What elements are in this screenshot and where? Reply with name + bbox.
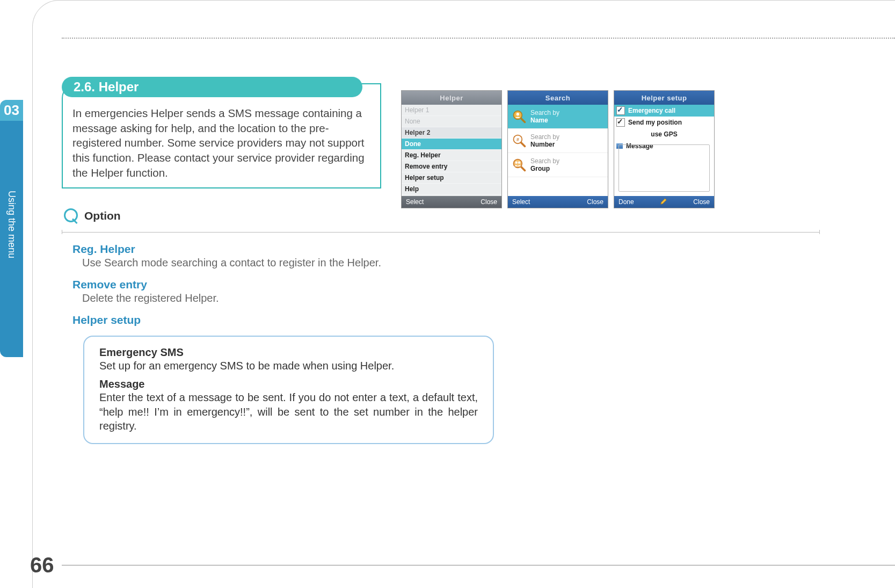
search-group-icon — [508, 154, 530, 176]
softkey-bar: Done Close — [614, 196, 714, 208]
list-item-line1: Search by — [530, 109, 559, 117]
option-title: Reg. Helper — [72, 243, 381, 256]
list-item: None — [402, 116, 501, 127]
checkbox-icon — [616, 118, 625, 127]
option-title: Helper setup — [72, 314, 141, 326]
svg-line-1 — [521, 119, 525, 122]
list-item-sub: use GPS — [614, 128, 714, 140]
list-item-line1: Search by — [530, 157, 559, 165]
screen-body: Helper 1 None Helper 2 Done Reg. Helper … — [402, 105, 501, 196]
screenshot-search: Search Search by Name # Search by Number — [507, 90, 608, 208]
section-box: 2.6. Helper In emergencies Helper sends … — [62, 83, 381, 188]
dotted-divider — [62, 38, 895, 39]
info-heading: Emergency SMS — [99, 346, 478, 359]
section-body-text: In emergencies Helper sends a SMS messag… — [72, 106, 370, 180]
option-desc: Delete the registered Helper. — [82, 292, 219, 304]
screen-title: Helper setup — [614, 91, 714, 105]
option-reg-helper: Reg. Helper Use Search mode searching a … — [72, 243, 381, 269]
info-text: Enter the text of a message to be sent. … — [99, 390, 478, 433]
list-item: Helper setup — [402, 172, 501, 184]
list-item: Send my position — [614, 117, 714, 128]
info-heading: Message — [99, 378, 478, 390]
screenshot-helper-setup: Helper setup Emergency call Send my posi… — [614, 90, 715, 208]
list-item: Reg. Helper — [402, 150, 501, 161]
softkey-left: Done — [619, 198, 634, 206]
softkey-right: Close — [481, 198, 497, 206]
list-item: Helper 1 — [402, 105, 501, 116]
svg-line-7 — [521, 167, 525, 171]
edit-icon — [660, 198, 667, 207]
magnifier-icon — [62, 207, 79, 224]
screen-title: Search — [508, 91, 608, 105]
option-remove-entry: Remove entry Delete the registered Helpe… — [72, 278, 219, 304]
list-item-line2: Number — [530, 141, 559, 148]
message-input-area — [619, 144, 710, 192]
search-number-icon: # — [508, 129, 530, 152]
setup-info-box: Emergency SMS Set up for an emergency SM… — [83, 336, 494, 444]
list-item-line2: Name — [530, 117, 559, 124]
side-tab: Using the menu — [0, 121, 23, 357]
list-item: Remove entry — [402, 161, 501, 172]
svg-point-8 — [515, 161, 518, 163]
screen-body: Search by Name # Search by Number Searc — [508, 105, 608, 196]
side-tab-label: Using the menu — [0, 121, 23, 357]
option-title: Remove entry — [72, 278, 219, 291]
list-item-line2: Group — [530, 165, 559, 172]
list-item-label: Emergency call — [628, 107, 675, 114]
softkey-left: Select — [406, 198, 424, 206]
softkey-bar: Select Close — [402, 196, 501, 208]
chapter-number-tab: 03 — [0, 100, 23, 121]
list-item: Helper 2 — [402, 127, 501, 139]
screenshot-helper-menu: Helper Helper 1 None Helper 2 Done Reg. … — [401, 90, 502, 208]
section-title-tab: 2.6. Helper — [62, 77, 362, 97]
screen-title: Helper — [402, 91, 501, 105]
list-item-selected: Emergency call — [614, 105, 714, 117]
softkey-right: Close — [587, 198, 603, 206]
list-item: Help — [402, 184, 501, 195]
svg-text:#: # — [516, 137, 519, 142]
option-helper-setup: Helper setup — [72, 314, 141, 328]
list-item: # Search by Number — [508, 129, 608, 153]
checkbox-icon — [616, 106, 625, 115]
search-person-icon — [508, 105, 530, 128]
list-item: Search by Group — [508, 153, 608, 177]
info-text: Set up for an emergency SMS to be made w… — [99, 359, 478, 373]
svg-point-2 — [516, 113, 519, 115]
softkey-bar: Select Close — [508, 196, 608, 208]
option-rule — [62, 230, 820, 234]
list-item-selected: Done — [402, 139, 501, 150]
svg-line-4 — [521, 143, 525, 147]
softkey-right: Close — [693, 198, 710, 206]
page-number: 66 — [30, 553, 54, 577]
svg-point-9 — [518, 161, 520, 163]
list-item-label: use GPS — [651, 130, 677, 138]
list-item-label: Send my position — [628, 119, 682, 126]
list-item-line1: Search by — [530, 133, 559, 141]
option-desc: Use Search mode searching a contact to r… — [82, 257, 381, 269]
option-heading-row: Option — [62, 207, 121, 224]
footer-rule — [62, 565, 895, 565]
softkey-left: Select — [512, 198, 530, 206]
manual-page: 03 Using the menu 2.6. Helper In emergen… — [0, 0, 895, 588]
list-item-selected: Search by Name — [508, 105, 608, 129]
option-heading-label: Option — [84, 209, 121, 222]
screen-body: Emergency call Send my position use GPS … — [614, 105, 714, 196]
